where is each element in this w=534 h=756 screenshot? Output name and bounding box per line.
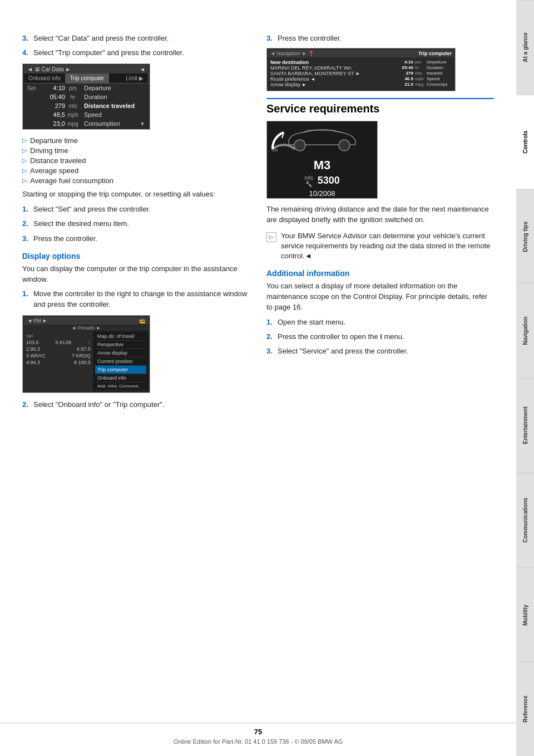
- bullet-text-1: Departure time: [30, 136, 78, 145]
- disp-header-left: ◄ FM ►: [27, 318, 47, 323]
- disp-left-panel: Set 103.5 5 KL09 9 2:90.3 6:97.5 3 WNYC: [24, 331, 93, 391]
- t-spd-desc: Speed: [427, 76, 452, 81]
- tab-entertainment[interactable]: Entertainment: [516, 378, 534, 473]
- trip-departure: 4:10 pm Departure: [407, 60, 452, 65]
- tab-driving-tips[interactable]: Driving tips: [516, 189, 534, 284]
- wrench-icon: 🔧: [305, 181, 312, 187]
- trip-computer-tab[interactable]: Trip computer: [66, 73, 109, 83]
- step-4-number: 4.: [22, 48, 30, 58]
- disp-r2-left: 2:90.3: [26, 346, 40, 352]
- arrow-disp: Arrow display ►: [270, 82, 405, 87]
- step-3-text: Select "Car Data" and press the controll…: [33, 33, 169, 43]
- additional-info-heading: Additional information: [266, 269, 494, 278]
- disp-r2-right: 6:97.5: [77, 346, 91, 352]
- feature-list: ▷ Departure time ▷ Driving time ▷ Distan…: [22, 136, 250, 185]
- car-data-tabs: Onboard info Trip computer Limit ▶: [24, 73, 149, 84]
- disp-row-3: 3 WNYC 7 KROQ: [26, 352, 91, 359]
- t-depart-unit: pm: [415, 60, 425, 65]
- page-footer: 75 Online Edition for Part-Nr. 01 41 0 1…: [0, 723, 516, 745]
- t-dur-val: 05:40: [401, 65, 413, 70]
- departure-row: Set 4:10 pm Departure: [24, 84, 149, 92]
- bullet-arrow-4: ▷: [22, 167, 27, 174]
- menu-onboard-info[interactable]: Onboard info: [95, 374, 146, 382]
- add-step-2-num: 2.: [266, 332, 274, 342]
- onboard-info-tab[interactable]: Onboard info: [24, 73, 66, 83]
- select-step-text: Select "Onboard info" or "Trip computer"…: [33, 400, 164, 410]
- speed-unit: mph: [65, 112, 81, 118]
- right-step-3: 3. Press the controller.: [266, 33, 494, 43]
- right-column: 3. Press the controller. ◄ Navigation ► …: [266, 33, 494, 414]
- distance-desc: Distance traveled: [81, 102, 145, 109]
- service-body-text: The remaining driving distance and the d…: [266, 204, 494, 225]
- tab-communications[interactable]: Communications: [516, 473, 534, 567]
- menu-add-infra[interactable]: Add. Infra. Consume.: [95, 382, 146, 390]
- t-cons-desc: Consumpt.: [427, 82, 452, 87]
- m3-date-display: 10/2008: [309, 189, 335, 198]
- add-step-2: 2. Press the controller to open the i me…: [266, 332, 494, 342]
- t-spd-val: 46.5: [401, 76, 413, 81]
- right-step-3-text: Press the controller.: [278, 33, 342, 43]
- tab-controls[interactable]: Controls: [516, 95, 534, 189]
- substep-2-text: Select the desired menu item.: [33, 219, 129, 229]
- bullet-arrow-1: ▷: [22, 137, 27, 144]
- substep-1-text: Select "Set" and press the controller.: [33, 204, 151, 214]
- select-step-num: 2.: [22, 400, 30, 410]
- departure-val: 4:10: [44, 85, 65, 91]
- svg-text:100: 100: [271, 148, 278, 152]
- step-3: 3. Select "Car Data" and press the contr…: [22, 33, 250, 43]
- tab-bar: At a glance Controls Driving tips Naviga…: [516, 0, 534, 756]
- limit-tab[interactable]: Limit ▶: [121, 73, 149, 83]
- mls-label: mls: [304, 175, 313, 181]
- bullet-text-4: Average speed: [30, 166, 78, 175]
- disp-r1-extra: 9: [88, 340, 91, 345]
- menu-arrow-display[interactable]: Arrow display: [95, 349, 146, 357]
- move-step-text: Move the controller to the right to chan…: [33, 289, 250, 309]
- disp-header-icon: 📻: [139, 318, 145, 323]
- departure-desc: Departure: [81, 85, 145, 91]
- trip-computer-screenshot: ◄ Navigation ► 📍 Trip computer New desti…: [266, 48, 456, 91]
- step-4: 4. Select "Trip computer" and press the …: [22, 48, 250, 58]
- t-spd-unit: mph: [415, 76, 425, 81]
- note-text: Your BMW Service Advisor can determine y…: [281, 231, 494, 262]
- trip-header: ◄ Navigation ► 📍 Trip computer: [268, 50, 454, 57]
- note-arrow-icon: ▷: [266, 232, 276, 242]
- menu-trip-computer[interactable]: Trip computer: [95, 366, 146, 374]
- menu-current-pos[interactable]: Current position: [95, 357, 146, 366]
- screenshot-header: ◄ 🖥 Car Data ► ◄: [24, 65, 149, 73]
- t-cons-unit: mpg: [415, 82, 425, 87]
- t-depart-val: 4:10: [401, 60, 413, 65]
- substep-3-num: 3.: [22, 234, 30, 244]
- add-step-3: 3. Select "Service" and press the contro…: [266, 346, 494, 356]
- trip-body: New destination MARINA DEL REY, ADMIRALT…: [268, 57, 454, 90]
- tab-mobility[interactable]: Mobility: [516, 567, 534, 662]
- car-data-screenshot: ◄ 🖥 Car Data ► ◄ Onboard info Trip compu…: [22, 63, 150, 130]
- tab-reference[interactable]: Reference: [516, 661, 534, 756]
- bullet-driving: ▷ Driving time: [22, 146, 250, 155]
- step-4-text: Select "Trip computer" and press the con…: [33, 48, 184, 58]
- disp-header: ◄ FM ► 📻: [24, 317, 149, 325]
- tab-navigation[interactable]: Navigation: [516, 283, 534, 378]
- substep-2: 2. Select the desired menu item.: [22, 219, 250, 229]
- note-box: ▷ Your BMW Service Advisor can determine…: [266, 231, 494, 262]
- route-pref: Route preference ◄: [270, 76, 405, 82]
- menu-map-dir[interactable]: Map dir. of travel: [95, 332, 146, 341]
- dest-line1: MARINA DEL REY, ADMIRALTY WA: [270, 65, 405, 71]
- duration-unit: hr: [65, 94, 81, 100]
- bullet-text-3: Distance traveled: [30, 156, 86, 165]
- disp-r1-right: 5 KL09: [55, 340, 71, 345]
- disp-r3-left: 3 WNYC: [26, 353, 46, 359]
- t-cons-val: 21.0: [401, 82, 413, 87]
- two-column-layout: 3. Select "Car Data" and press the contr…: [22, 33, 494, 414]
- m3-service-box: 100 M3 mls 🔧 5300: [266, 121, 378, 199]
- add-step-1-num: 1.: [266, 317, 274, 327]
- disp-row-2: 2:90.3 6:97.5: [26, 346, 91, 352]
- tab-at-a-glance[interactable]: At a glance: [516, 0, 534, 95]
- scroll-arrow: ▼: [140, 121, 145, 127]
- menu-perspective[interactable]: Perspective: [95, 341, 146, 349]
- speed-val: 48,5: [44, 111, 65, 118]
- header-right: ◄: [140, 66, 145, 72]
- disp-right-panel: Map dir. of travel Perspective Arrow dis…: [93, 331, 149, 391]
- service-requirements-heading: Service requirements: [266, 98, 494, 115]
- page-number: 75: [0, 728, 516, 736]
- display-options-text: You can display the computer or the trip…: [22, 264, 250, 285]
